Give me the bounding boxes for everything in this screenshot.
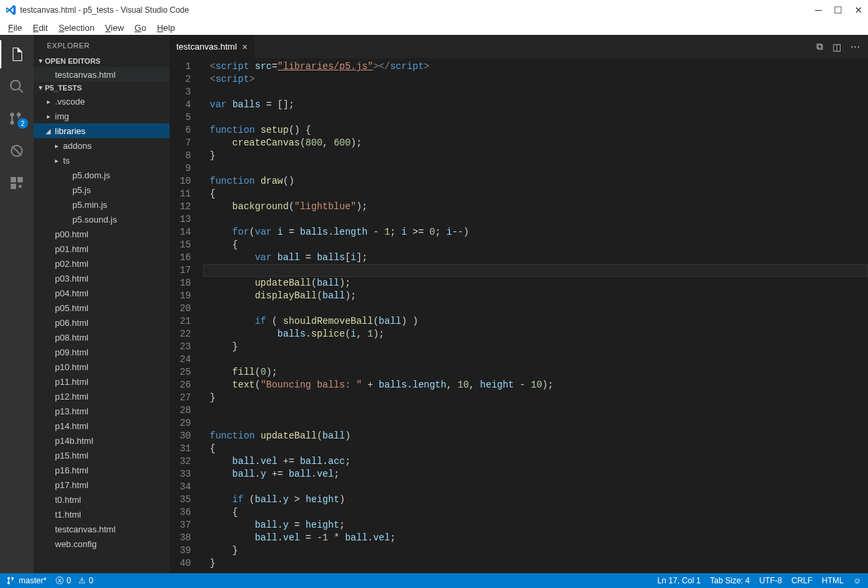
tree-item[interactable]: ▸p11.html — [34, 374, 170, 389]
tree-item[interactable]: ▸p09.html — [34, 345, 170, 359]
tree-item[interactable]: ◢libraries — [34, 123, 170, 138]
tab-size[interactable]: Tab Size: 4 — [710, 576, 749, 585]
tree-item[interactable]: ▸p14.html — [34, 418, 170, 433]
more-actions-icon[interactable]: ⋯ — [851, 42, 860, 52]
code-line[interactable]: fill(0); — [203, 366, 868, 379]
menu-help[interactable]: Help — [151, 22, 180, 34]
tree-item[interactable]: ▸p02.html — [34, 256, 170, 271]
activity-explorer[interactable] — [0, 40, 34, 68]
code-line[interactable]: } — [203, 557, 868, 570]
code-line[interactable]: { — [203, 239, 868, 251]
problems[interactable]: ⓧ0 ⚠0 — [56, 575, 93, 587]
activity-scm[interactable]: 2 — [0, 105, 34, 133]
project-header[interactable]: P5_TESTS — [34, 82, 170, 94]
menu-edit[interactable]: Edit — [27, 22, 53, 34]
code-line[interactable]: createCanvas(800, 600); — [203, 137, 868, 150]
tree-item[interactable]: ▸t0.html — [34, 492, 170, 507]
code-line[interactable]: updateBall(ball); — [203, 277, 868, 290]
encoding[interactable]: UTF-8 — [759, 576, 782, 585]
tree-item[interactable]: ▸p01.html — [34, 241, 170, 256]
tree-item[interactable]: ▸p5.min.js — [34, 197, 170, 212]
menu-go[interactable]: Go — [129, 22, 151, 34]
tree-item[interactable]: ▸t1.html — [34, 507, 170, 522]
code-line[interactable] — [203, 264, 868, 277]
tab-close-icon[interactable]: × — [242, 42, 247, 52]
tree-item[interactable]: ▸p05.html — [34, 300, 170, 315]
tree-item[interactable]: ▸p5.sound.js — [34, 212, 170, 227]
code-line[interactable]: displayBall(ball); — [203, 290, 868, 302]
eol[interactable]: CRLF — [792, 576, 812, 585]
window-maximize-icon[interactable]: ☐ — [834, 5, 843, 15]
feedback-icon[interactable]: ☺ — [853, 576, 861, 585]
code-line[interactable] — [203, 481, 868, 493]
menu-file[interactable]: File — [3, 22, 27, 34]
tree-item[interactable]: ▸p06.html — [34, 315, 170, 330]
code-line[interactable]: text("Bouncing balls: " + balls.length, … — [203, 379, 868, 392]
code-line[interactable] — [203, 417, 868, 430]
tree-item[interactable]: ▸p16.html — [34, 463, 170, 477]
tree-item[interactable]: ▸p08.html — [34, 330, 170, 345]
code-line[interactable]: } — [203, 341, 868, 353]
code-line[interactable]: background("lightblue"); — [203, 200, 868, 213]
code-line[interactable]: ball.y = height; — [203, 519, 868, 532]
tree-item[interactable]: ▸p10.html — [34, 359, 170, 374]
code-line[interactable]: for(var i = balls.length - 1; i >= 0; i-… — [203, 226, 868, 239]
activity-extensions[interactable] — [0, 169, 34, 197]
code-line[interactable]: var balls = []; — [203, 99, 868, 111]
git-branch[interactable]: master* — [7, 576, 46, 585]
tree-item[interactable]: ▸p5.dom.js — [34, 168, 170, 182]
code-line[interactable]: function draw() — [203, 175, 868, 188]
code-line[interactable]: } — [203, 392, 868, 404]
tree-item[interactable]: ▸testcanvas.html — [34, 522, 170, 536]
cursor-position[interactable]: Ln 17, Col 1 — [658, 576, 701, 585]
code-line[interactable]: { — [203, 443, 868, 455]
code-line[interactable] — [203, 213, 868, 226]
tree-item[interactable]: ▸p03.html — [34, 271, 170, 286]
code-line[interactable]: <script src="libraries/p5.js"></script> — [203, 60, 868, 73]
code-line[interactable]: balls.splice(i, 1); — [203, 328, 868, 341]
window-minimize-icon[interactable]: ─ — [815, 5, 822, 15]
tree-item[interactable]: ▸p12.html — [34, 389, 170, 404]
code-line[interactable] — [203, 353, 868, 366]
tree-item[interactable]: ▸p14b.html — [34, 433, 170, 448]
code-line[interactable]: ball.vel += ball.acc; — [203, 455, 868, 468]
tree-item[interactable]: ▸web.config — [34, 536, 170, 551]
code-line[interactable]: { — [203, 506, 868, 519]
menu-view[interactable]: View — [100, 22, 129, 34]
code-line[interactable] — [203, 302, 868, 315]
open-editors-header[interactable]: OPEN EDITORS — [34, 55, 170, 67]
activity-search[interactable] — [0, 72, 34, 101]
code-line[interactable]: function setup() { — [203, 124, 868, 137]
code-line[interactable] — [203, 162, 868, 175]
tab-testcanvas[interactable]: testcanvas.html × — [170, 35, 255, 58]
code-line[interactable] — [203, 86, 868, 99]
code-line[interactable]: } — [203, 544, 868, 557]
code-line[interactable]: if (ball.y > height) — [203, 493, 868, 506]
language-mode[interactable]: HTML — [822, 576, 844, 585]
code-line[interactable]: ball.vel = -1 * ball.vel; — [203, 532, 868, 544]
code-line[interactable] — [203, 404, 868, 417]
split-editor-icon[interactable]: ⧉ — [816, 41, 823, 52]
tree-item[interactable]: ▸p5.js — [34, 182, 170, 197]
tree-item[interactable]: ▸ts — [34, 153, 170, 168]
code-editor[interactable]: 1234567891011121314151617181920212223242… — [170, 58, 868, 573]
tree-item[interactable]: ▸p04.html — [34, 286, 170, 300]
code-line[interactable]: ball.y += ball.vel; — [203, 468, 868, 481]
code-line[interactable]: var ball = balls[i]; — [203, 251, 868, 264]
tree-item[interactable]: ▸p00.html — [34, 227, 170, 241]
tree-item[interactable]: ▸addons — [34, 138, 170, 153]
code-line[interactable]: function updateBall(ball) — [203, 430, 868, 443]
tree-item[interactable]: ▸p13.html — [34, 404, 170, 418]
code-line[interactable]: if ( shouldRemoveBall(ball) ) — [203, 315, 868, 328]
code-line[interactable]: { — [203, 188, 868, 200]
editor-layout-icon[interactable]: ◫ — [832, 42, 841, 52]
open-editor-item[interactable]: testcanvas.html — [34, 67, 170, 82]
tree-item[interactable]: ▸p15.html — [34, 448, 170, 463]
tree-item[interactable]: ▸img — [34, 109, 170, 123]
code-line[interactable]: } — [203, 150, 868, 162]
activity-debug[interactable] — [0, 137, 34, 165]
code-line[interactable] — [203, 111, 868, 124]
tree-item[interactable]: ▸p17.html — [34, 477, 170, 492]
tree-item[interactable]: ▸.vscode — [34, 94, 170, 109]
window-close-icon[interactable]: ✕ — [855, 5, 863, 15]
